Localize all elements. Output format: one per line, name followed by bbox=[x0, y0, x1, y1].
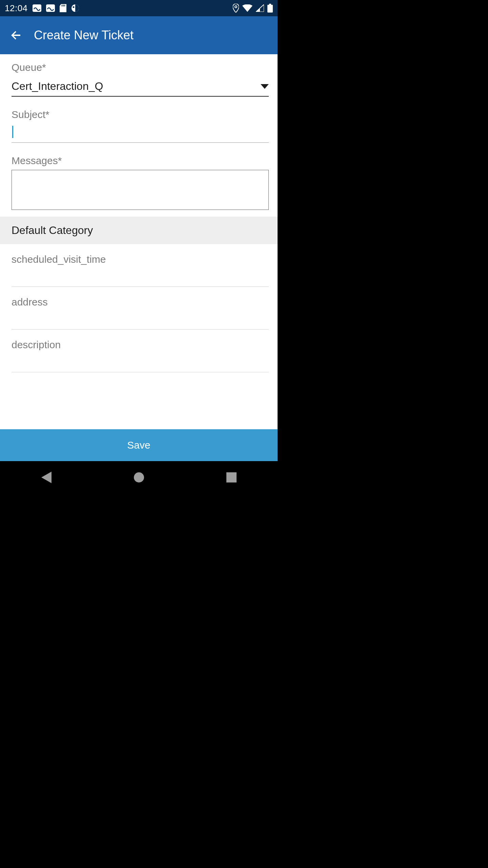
triangle-left-icon bbox=[41, 472, 52, 483]
svg-rect-8 bbox=[269, 4, 271, 5]
page-title: Create New Ticket bbox=[34, 28, 134, 42]
app-bar: Create New Ticket bbox=[0, 16, 278, 54]
svg-rect-3 bbox=[63, 5, 64, 6]
app-status-icon bbox=[71, 4, 79, 12]
battery-icon bbox=[267, 4, 273, 13]
svg-point-10 bbox=[134, 472, 144, 482]
nav-recents-button[interactable] bbox=[221, 467, 242, 488]
category-header: Default Category bbox=[0, 217, 278, 244]
messages-input[interactable] bbox=[12, 170, 268, 210]
description-input[interactable] bbox=[12, 354, 269, 372]
svg-rect-11 bbox=[226, 472, 237, 482]
scheduled-visit-time-label: scheduled_visit_time bbox=[12, 254, 269, 265]
subject-input[interactable] bbox=[12, 123, 269, 142]
svg-rect-9 bbox=[267, 5, 273, 13]
queue-value: Cert_Interaction_Q bbox=[12, 80, 103, 93]
scheduled-visit-time-input[interactable] bbox=[12, 269, 269, 287]
svg-rect-0 bbox=[33, 4, 41, 12]
save-button[interactable]: Save bbox=[0, 429, 278, 461]
square-icon bbox=[226, 472, 237, 482]
cell-signal-icon bbox=[256, 4, 264, 12]
navigation-bar bbox=[0, 461, 278, 494]
messages-label: Messages* bbox=[12, 155, 269, 166]
save-button-label: Save bbox=[127, 439, 150, 451]
queue-label: Queue* bbox=[12, 62, 269, 73]
svg-point-7 bbox=[235, 6, 237, 8]
sync-icon bbox=[33, 4, 41, 12]
address-label: address bbox=[12, 296, 269, 308]
sd-card-icon bbox=[60, 4, 66, 12]
circle-icon bbox=[133, 472, 145, 483]
back-button[interactable] bbox=[8, 27, 24, 43]
queue-dropdown[interactable]: Cert_Interaction_Q bbox=[12, 75, 269, 97]
svg-point-6 bbox=[73, 6, 74, 8]
status-bar: 12:04 bbox=[0, 0, 278, 16]
location-icon bbox=[233, 4, 239, 13]
svg-rect-2 bbox=[62, 5, 62, 6]
svg-rect-4 bbox=[64, 5, 65, 6]
arrow-left-icon bbox=[10, 29, 22, 41]
chevron-down-icon bbox=[261, 84, 269, 89]
sync-icon-2 bbox=[46, 4, 55, 12]
wifi-icon bbox=[242, 4, 252, 12]
address-input[interactable] bbox=[12, 311, 269, 329]
form-content: Queue* Cert_Interaction_Q Subject* Messa… bbox=[0, 54, 278, 429]
status-time: 12:04 bbox=[5, 3, 28, 14]
subject-input-wrapper bbox=[12, 123, 269, 143]
svg-rect-1 bbox=[46, 4, 55, 12]
subject-label: Subject* bbox=[12, 109, 269, 120]
nav-home-button[interactable] bbox=[129, 467, 149, 488]
messages-box bbox=[12, 170, 269, 210]
description-label: description bbox=[12, 339, 269, 351]
nav-back-button[interactable] bbox=[36, 467, 57, 488]
